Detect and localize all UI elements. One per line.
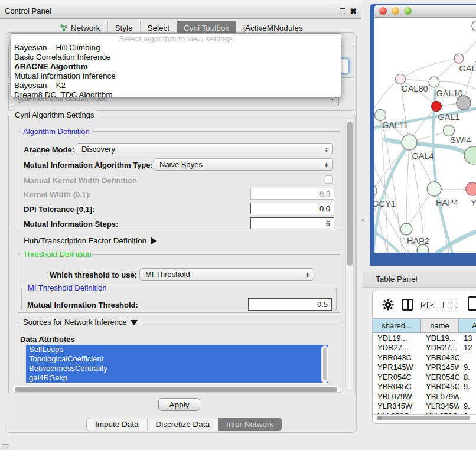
table-row[interactable]: YER054CYER054C8. [373, 372, 476, 382]
algorithm-option[interactable]: Dream8 DC_TDC Algorithm [11, 90, 341, 98]
mi-algorithm-type-label: Mutual Information Algorithm Type: [24, 161, 153, 169]
data-attributes-list[interactable]: SelfLoopsTopologicalCoefficientBetweenne… [26, 345, 328, 384]
algorithm-option[interactable]: Mutual Information Inference [11, 71, 341, 81]
tab-discretize-data[interactable]: Discretize Data [147, 418, 219, 431]
manual-kernel-width-checkbox[interactable] [325, 175, 333, 184]
tab-network[interactable]: Network [53, 21, 107, 34]
network-edge[interactable] [437, 231, 476, 253]
select-all-checks-icon[interactable]: ✓✓ [421, 302, 435, 308]
splitter-handle-icon[interactable] [361, 218, 364, 223]
network-node-label: GAL80 [401, 84, 428, 93]
network-edge[interactable] [400, 58, 459, 79]
mi-algorithm-type-combobox[interactable]: Naive Bayes ▲▼ [154, 158, 333, 171]
network-node-label: GAL11 [382, 120, 408, 130]
tab-style[interactable]: Style [107, 21, 140, 34]
network-node-label: GAL10 [436, 89, 462, 98]
network-window-titlebar[interactable] [374, 5, 476, 18]
close-window-icon[interactable] [379, 7, 387, 15]
network-node[interactable] [417, 244, 429, 253]
minimized-panel-icon[interactable] [2, 444, 9, 450]
network-node[interactable] [472, 21, 476, 31]
table-header-row: shared...nameA [373, 318, 476, 333]
deselect-checks-icon[interactable] [443, 302, 457, 308]
gear-icon[interactable] [382, 299, 394, 311]
table-cell: 9. [459, 363, 476, 373]
tab-jactivemnodules[interactable]: jActiveMNodules [236, 21, 310, 34]
mi-steps-field[interactable]: 6 [250, 217, 334, 229]
control-panel-title: Control Panel [5, 6, 51, 15]
attribute-list-item[interactable]: gal4RGexp [26, 373, 328, 383]
algorithm-option[interactable]: ARACNE Algorithm [11, 62, 341, 71]
split-columns-icon[interactable] [402, 299, 413, 311]
network-node[interactable] [466, 182, 476, 195]
network-node[interactable] [427, 182, 441, 196]
attribute-list-item[interactable]: SelfLoops [26, 345, 328, 354]
network-edge[interactable] [374, 142, 409, 190]
kernel-width-value: 0.0 [319, 190, 330, 198]
kernel-width-field[interactable]: 0.0 [250, 188, 334, 200]
table-row[interactable]: YDR27...YDR27...12 [373, 343, 476, 353]
float-panel-icon[interactable] [340, 8, 345, 14]
network-node[interactable] [396, 74, 406, 84]
table-row[interactable]: YPR145WYPR145W9. [373, 363, 476, 373]
close-panel-icon[interactable]: ✖ [350, 8, 357, 14]
network-node[interactable] [432, 102, 442, 112]
network-node[interactable] [402, 135, 417, 150]
settings-horizontal-scrollbar[interactable] [12, 386, 341, 393]
algorithm-option[interactable]: Basic Correlation Inference [11, 53, 341, 62]
table-row[interactable]: YLR345WYLR345W9. [373, 402, 476, 412]
which-threshold-combobox[interactable]: MI Threshold ▲▼ [139, 268, 314, 281]
network-node[interactable] [374, 185, 377, 197]
aracne-mode-value: Discovery [81, 145, 115, 154]
column-header[interactable]: shared... [373, 319, 421, 332]
table-panel-card: ✓✓ shared...nameA YDL19...YDL19...13YDR2… [372, 291, 476, 424]
minimize-window-icon[interactable] [392, 7, 399, 15]
table-cell: 12 [459, 343, 476, 353]
hub-definition-toggle[interactable]: Hub/Transcription Factor Definition [24, 236, 157, 245]
table-body: YDL19...YDL19...13YDR27...YDR27...12YBR0… [373, 333, 476, 421]
table-row[interactable]: YDL19...YDL19...13 [373, 333, 476, 343]
page-icon[interactable] [468, 296, 476, 311]
dpi-tolerance-field[interactable]: 0.0 [250, 203, 334, 214]
network-icon [60, 24, 68, 32]
settings-vertical-scrollbar[interactable] [345, 118, 354, 391]
table-horizontal-scrollbar[interactable] [374, 414, 476, 421]
algorithm-option[interactable]: Bayesian – Hill Climbing [11, 43, 341, 53]
aracne-mode-combobox[interactable]: Discovery ▲▼ [76, 143, 333, 155]
tab-infer-network[interactable]: Infer Network [218, 418, 282, 431]
network-node[interactable] [400, 223, 412, 235]
sources-title[interactable]: Sources for Network Inference [21, 318, 140, 327]
network-edge[interactable] [380, 115, 402, 253]
table-cell: YBR045C [373, 382, 421, 392]
table-row[interactable]: YBR043CYBR043C [373, 353, 476, 363]
network-node-label: Y [471, 198, 476, 207]
network-node-label: HAP2 [407, 236, 429, 246]
network-node[interactable] [375, 110, 386, 121]
attributes-vertical-scrollbar[interactable] [321, 345, 328, 383]
mi-threshold-field[interactable]: 0.5 [248, 298, 332, 311]
algorithm-option[interactable]: Bayesian – K2 [11, 81, 341, 90]
attribute-list-item[interactable]: BetweennessCentrality [26, 364, 328, 373]
table-cell: YPR145W [373, 363, 421, 373]
tab-select[interactable]: Select [140, 21, 177, 34]
zoom-window-icon[interactable] [404, 7, 412, 15]
algorithm-definition-title: Algorithm Definition [21, 127, 92, 136]
table-row[interactable]: YBL079WYBL079W [373, 392, 476, 402]
column-header[interactable]: name [421, 319, 459, 332]
table-row[interactable]: YBR045CYBR045C9. [373, 382, 476, 392]
tab-cyni-toolbox[interactable]: Cyni Toolbox [177, 21, 236, 34]
column-header[interactable]: A [459, 319, 476, 332]
network-node[interactable] [454, 54, 464, 63]
network-edge[interactable] [406, 142, 409, 229]
tab-impute-data[interactable]: Impute Data [87, 418, 147, 431]
network-canvas[interactable]: GALGAL80GAL10GAL1GAL11SWI4GAL4GCY1HAP4YH… [374, 18, 476, 253]
network-node[interactable] [429, 77, 439, 87]
network-node[interactable] [464, 146, 476, 164]
algorithm-list: Bayesian – Hill ClimbingBasic Correlatio… [11, 43, 341, 98]
attribute-list-item[interactable]: TopologicalCoefficient [26, 354, 328, 364]
table-cell: YBR043C [421, 353, 459, 363]
network-edge[interactable] [374, 79, 400, 110]
apply-button[interactable]: Apply [158, 398, 200, 411]
application-window: Control Panel ✖ NetworkStyleSelectCyni T… [0, 0, 476, 450]
network-node[interactable] [444, 125, 455, 136]
